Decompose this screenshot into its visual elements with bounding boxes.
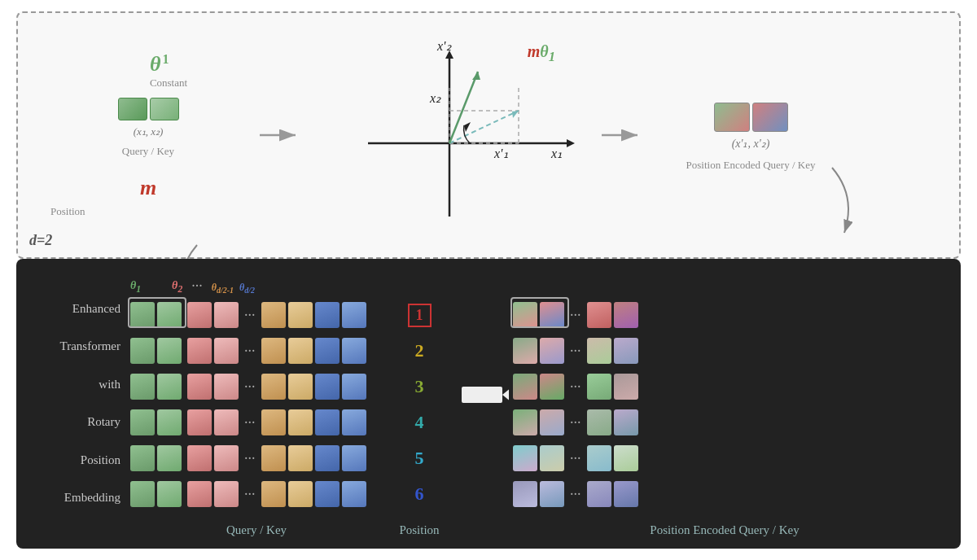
qk-cell-4-5 xyxy=(288,445,313,471)
rc-0-1 xyxy=(540,302,564,328)
rc-4-1 xyxy=(540,445,564,471)
qk-cell-3-3 xyxy=(214,409,239,435)
qk-cell-4-4 xyxy=(261,445,286,471)
query-key-vector xyxy=(118,98,179,120)
big-arrow xyxy=(456,272,513,517)
top-left-panel: θ 1 Constant (x₁, x₂) Query / Key m Posi… xyxy=(42,52,254,218)
qk-cell-0-6 xyxy=(315,302,340,328)
rc-4-0 xyxy=(513,445,537,471)
row-label-2: with xyxy=(41,368,130,400)
row-labels-col: Enhanced Transformer with Rotary Positio… xyxy=(41,272,130,517)
footer-result-label: Position Encoded Query / Key xyxy=(513,523,936,537)
main-container: d=2 θ 1 Constant (x₁, x₂) Query / Key m … xyxy=(16,11,961,549)
qk-cell-3-4 xyxy=(261,409,286,435)
qk-header: θ1 θ2 ··· θd/2-1 θd/2 xyxy=(130,272,383,300)
dots-0: ··· xyxy=(244,307,256,324)
rc-2-2 xyxy=(587,374,611,400)
qk-row-1: ··· xyxy=(130,335,383,366)
qk-cell-0-2 xyxy=(187,302,212,328)
rc-dots-5: ··· xyxy=(570,486,581,503)
query-key-small-label: Query / Key xyxy=(122,145,174,158)
qk-cell-2-5 xyxy=(288,374,313,400)
rc-3-3 xyxy=(614,409,638,435)
rc-5-2 xyxy=(587,481,611,507)
pos-num-5: 6 xyxy=(415,479,424,510)
mtheta-theta: θ xyxy=(540,42,548,60)
row-label-1: Transformer xyxy=(41,330,130,363)
theta-d2m1-header: θd/2-1 xyxy=(212,282,234,295)
qk-cell-4-6 xyxy=(315,445,340,471)
svg-marker-25 xyxy=(502,388,509,401)
qk-cell-3-5 xyxy=(288,409,313,435)
rc-0-2 xyxy=(587,302,611,328)
result-row-4: ··· xyxy=(513,443,936,474)
qk-cell-0-7 xyxy=(342,302,366,328)
bottom-labels: Query / Key Position Position Encoded Qu… xyxy=(41,523,936,537)
qk-row-0: ··· xyxy=(130,300,383,330)
qk-cell-5-5 xyxy=(288,481,313,507)
svg-text:x'₂: x'₂ xyxy=(436,39,452,53)
row-label-5: Embedding xyxy=(41,482,130,514)
qk-cell-1-5 xyxy=(288,338,313,364)
rc-3-1 xyxy=(540,409,564,435)
rc-0-3 xyxy=(614,302,638,328)
qk-cell-1-3 xyxy=(214,338,239,364)
qk-cell-4-2 xyxy=(187,445,212,471)
dots-3: ··· xyxy=(244,414,256,431)
bottom-section: Enhanced Transformer with Rotary Positio… xyxy=(16,259,961,549)
qk-cell-1-0 xyxy=(130,338,155,364)
qk-cell-0-0 xyxy=(130,302,155,328)
svg-text:x₁: x₁ xyxy=(550,147,562,160)
rc-2-3 xyxy=(614,374,638,400)
pos-num-3: 4 xyxy=(415,407,424,438)
rc-3-2 xyxy=(587,409,611,435)
qk-cell-1-6 xyxy=(315,338,340,364)
dots-header: ··· xyxy=(191,278,203,295)
rc-dots-1: ··· xyxy=(570,343,581,360)
theta-label: θ xyxy=(150,52,161,77)
qk-cell-4-1 xyxy=(157,445,182,471)
qk-cell-1-7 xyxy=(342,338,366,364)
qk-cell-3-7 xyxy=(342,409,366,435)
rc-1-2 xyxy=(587,338,611,364)
rc-4-3 xyxy=(614,445,638,471)
coordinate-system: mθ1 x'₂ x₂ x₁ x'₁ xyxy=(303,29,596,241)
curved-arrow-svg xyxy=(808,164,873,237)
svg-text:x'₁: x'₁ xyxy=(493,147,508,160)
qk-row-5: ··· xyxy=(130,479,383,510)
qk-cell-2-7 xyxy=(342,374,366,400)
rc-3-0 xyxy=(513,409,537,435)
theta2-header: θ2 xyxy=(172,279,182,295)
qk-cell-5-0 xyxy=(130,481,155,507)
qk-cell-2-6 xyxy=(315,374,340,400)
qk-cell-1-4 xyxy=(261,338,286,364)
pos-enc-cell-2 xyxy=(752,103,788,132)
qk-columns: θ1 θ2 ··· θd/2-1 θd/2 · xyxy=(130,272,383,517)
pos-num-1: 2 xyxy=(415,335,424,366)
qk-row-3: ··· xyxy=(130,407,383,438)
result-row-3: ··· xyxy=(513,407,936,438)
pos-num-0: 1 xyxy=(408,300,432,330)
pos-num-4: 5 xyxy=(415,443,424,474)
bottom-grid: Enhanced Transformer with Rotary Positio… xyxy=(41,272,936,517)
qk-cell-4-0 xyxy=(130,445,155,471)
qk-cell-2-2 xyxy=(187,374,212,400)
coord-label2: (x'₁, x'₂) xyxy=(732,137,770,151)
rc-dots-4: ··· xyxy=(570,450,581,467)
svg-marker-5 xyxy=(567,139,575,147)
row-label-0: Enhanced xyxy=(41,292,130,325)
pos-enc-label: Position Encoded Query / Key xyxy=(686,159,816,172)
coord-svg-wrap: mθ1 x'₂ x₂ x₁ x'₁ xyxy=(319,37,580,233)
m-label: m xyxy=(140,176,156,200)
mtheta-sub: 1 xyxy=(549,49,555,64)
svg-rect-24 xyxy=(462,387,502,403)
rc-dots-2: ··· xyxy=(570,378,581,396)
dots-5: ··· xyxy=(244,486,256,503)
qk-row-4: ··· xyxy=(130,443,383,474)
row-label-3: Rotary xyxy=(41,406,130,439)
dots-4: ··· xyxy=(244,450,256,467)
pos-enc-vector xyxy=(714,103,788,132)
position-col: 1 2 3 4 5 6 xyxy=(383,272,456,517)
footer-qk-label: Query / Key xyxy=(130,523,383,537)
result-rows: ··· ··· ··· xyxy=(513,300,936,510)
